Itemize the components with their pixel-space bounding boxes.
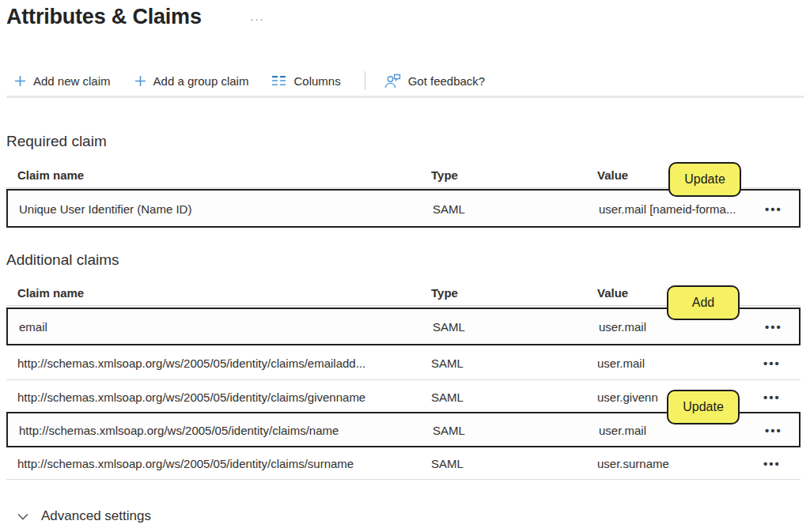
claim-type-cell: SAML <box>431 390 464 403</box>
claim-value-cell: user.mail [nameid-forma... <box>599 202 736 215</box>
table-row-surname[interactable]: http://schemas.xmlsoap.org/ws/2005/05/id… <box>6 447 801 480</box>
additional-col-claim-name: Claim name <box>17 286 84 300</box>
command-bar: Add new claim Add a group claim Columns <box>14 68 509 93</box>
table-row-emailaddress[interactable]: http://schemas.xmlsoap.org/ws/2005/05/id… <box>6 345 801 380</box>
row-context-menu-icon[interactable]: ••• <box>765 320 782 334</box>
claim-value-cell: user.surname <box>597 457 669 470</box>
claim-name-cell: http://schemas.xmlsoap.org/ws/2005/05/id… <box>17 390 365 403</box>
claim-name-cell: email <box>19 320 47 334</box>
got-feedback-label: Got feedback? <box>408 74 486 88</box>
advanced-settings-label: Advanced settings <box>41 508 151 524</box>
claim-value-cell: user.mail <box>599 320 646 334</box>
columns-icon <box>272 76 286 86</box>
attributes-claims-page: Attributes & Claims ··· Add new claim Ad… <box>0 0 810 532</box>
toolbar-separator <box>6 96 804 98</box>
add-group-claim-button[interactable]: Add a group claim <box>134 74 249 88</box>
additional-claims-heading: Additional claims <box>6 251 119 269</box>
title-more-menu[interactable]: ··· <box>250 13 265 25</box>
add-group-claim-label: Add a group claim <box>153 74 249 88</box>
advanced-settings-toggle[interactable]: Advanced settings <box>17 508 151 524</box>
claim-name-cell: http://schemas.xmlsoap.org/ws/2005/05/id… <box>17 457 354 470</box>
row-context-menu-icon[interactable]: ••• <box>765 202 782 215</box>
claim-name-cell: Unique User Identifier (Name ID) <box>19 202 191 215</box>
row-context-menu-icon[interactable]: ••• <box>763 390 781 403</box>
additional-col-value: Value <box>597 286 628 300</box>
required-col-value: Value <box>597 168 628 182</box>
claim-type-cell: SAML <box>433 423 465 436</box>
required-claim-heading: Required claim <box>6 133 107 150</box>
add-new-claim-button[interactable]: Add new claim <box>14 74 111 88</box>
claim-type-cell: SAML <box>431 356 464 369</box>
claim-value-cell: user.givenn <box>597 390 658 403</box>
required-col-type: Type <box>431 168 458 182</box>
got-feedback-button[interactable]: Got feedback? <box>384 74 486 89</box>
add-new-claim-label: Add new claim <box>33 74 111 88</box>
claim-type-cell: SAML <box>433 320 465 334</box>
feedback-person-icon <box>384 74 401 89</box>
annotation-callout-update-required: Update <box>668 162 741 197</box>
toolbar-divider <box>365 71 365 90</box>
plus-icon <box>134 75 146 87</box>
annotation-callout-add-email: Add <box>667 285 740 320</box>
row-context-menu-icon[interactable]: ••• <box>765 423 782 436</box>
page-title: Attributes & Claims <box>6 5 202 29</box>
claim-type-cell: SAML <box>431 457 464 470</box>
claim-name-cell: http://schemas.xmlsoap.org/ws/2005/05/id… <box>19 423 339 436</box>
claim-type-cell: SAML <box>433 202 465 215</box>
claim-name-cell: http://schemas.xmlsoap.org/ws/2005/05/id… <box>17 356 365 369</box>
columns-label: Columns <box>293 74 340 88</box>
additional-col-type: Type <box>431 286 458 300</box>
claim-value-cell: user.mail <box>599 423 646 436</box>
plus-icon <box>14 75 26 87</box>
required-col-claim-name: Claim name <box>17 168 84 182</box>
row-context-menu-icon[interactable]: ••• <box>763 356 781 369</box>
columns-button[interactable]: Columns <box>272 74 340 88</box>
claim-value-cell: user.mail <box>597 356 645 369</box>
chevron-down-icon <box>17 509 28 523</box>
row-context-menu-icon[interactable]: ••• <box>763 457 781 470</box>
annotation-callout-update-name: Update <box>667 390 740 424</box>
